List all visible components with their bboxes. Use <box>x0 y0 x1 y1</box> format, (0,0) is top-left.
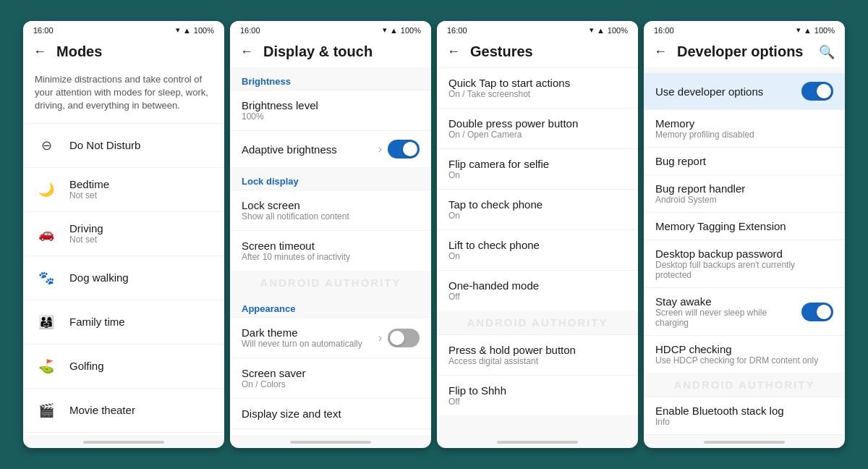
home-indicator-display <box>290 441 370 444</box>
back-button-gestures[interactable]: ← <box>447 44 460 59</box>
screentimeout-sub: After 10 minutes of inactivity <box>242 252 420 262</box>
gesture-flipcam[interactable]: Flip camera for selfie On <box>437 148 638 189</box>
top-bar-dev: ← Developer options 🔍 <box>644 38 845 67</box>
driving-name: Driving <box>69 222 103 234</box>
mode-item-golf[interactable]: ⛳ Golfing <box>23 344 224 388</box>
back-button-modes[interactable]: ← <box>33 44 46 59</box>
status-icons-display: ▾ ▲ 100% <box>383 25 421 35</box>
gestures-screen: 16:00 ▾ ▲ 100% ← Gestures Quick Tap to s… <box>437 21 638 448</box>
use-dev-toggle[interactable] <box>801 82 833 101</box>
mode-item-family[interactable]: 👨‍👩‍👧 Family time <box>23 300 224 344</box>
brightness-header: Brightness <box>230 67 431 90</box>
screensaver-item[interactable]: Screen saver On / Colors <box>230 358 431 398</box>
lockscreen-sub: Show all notification content <box>242 211 420 221</box>
battery-display: 100% <box>401 26 421 35</box>
mode-item-reading[interactable]: 📖 Reading <box>23 432 224 435</box>
screentimeout-item[interactable]: Screen timeout After 10 minutes of inact… <box>230 230 431 271</box>
dnd-name: Do Not Disturb <box>69 139 140 151</box>
mode-item-dnd[interactable]: ⊖ Do Not Disturb <box>23 123 224 167</box>
dev-bugreporthandler[interactable]: Bug report handler Android System <box>644 174 845 212</box>
dev-stayawake-name: Stay awake <box>655 295 801 308</box>
dnd-icon: ⊖ <box>35 134 58 157</box>
darktheme-sub: Will never turn on automatically <box>242 339 378 349</box>
adaptive-brightness-name: Adaptive brightness <box>242 143 378 156</box>
stayawake-knob <box>817 305 831 319</box>
gesture-holdpow[interactable]: Press & hold power button Access digital… <box>437 334 638 375</box>
gesture-quicktap[interactable]: Quick Tap to start actions On / Take scr… <box>437 67 638 108</box>
screens-container: 16:00 ▾ ▲ 100% ← Modes Minimize distract… <box>12 9 856 460</box>
modes-subtitle: Minimize distractions and take control o… <box>23 67 224 123</box>
screensaver-name: Screen saver <box>242 367 420 379</box>
brightness-level-item[interactable]: Brightness level 100% <box>230 90 431 130</box>
dev-brhandler-name: Bug report handler <box>655 182 833 195</box>
top-bar-modes: ← Modes <box>23 38 224 67</box>
modes-title: Modes <box>56 43 214 60</box>
dev-hdcp-sub: Use HDCP checking for DRM content only <box>655 355 833 366</box>
status-icons-gestures: ▾ ▲ 100% <box>590 25 628 35</box>
status-icons-dev: ▾ ▲ 100% <box>796 25 835 35</box>
mode-item-dogwalk[interactable]: 🐾 Dog walking <box>23 255 224 300</box>
modes-content: Minimize distractions and take control o… <box>23 67 224 435</box>
adaptive-toggle[interactable] <box>388 140 420 159</box>
display-title: Display & touch <box>263 43 421 60</box>
screensaver-sub: On / Colors <box>242 379 420 389</box>
adaptive-arrow: › <box>378 143 382 156</box>
battery-dev: 100% <box>814 26 835 35</box>
dev-memtag[interactable]: Memory Tagging Extension <box>644 212 845 240</box>
gesture-liftcheck[interactable]: Lift to check phone On <box>437 229 638 270</box>
dev-memory[interactable]: Memory Memory profiling disabled <box>644 109 845 147</box>
dev-desktopbkp[interactable]: Desktop backup password Desktop full bac… <box>644 240 845 287</box>
status-icons-modes: ▾ ▲ 100% <box>176 25 214 35</box>
lockscreen-item[interactable]: Lock screen Show all notification conten… <box>230 190 431 230</box>
bedtime-sub: Not set <box>69 190 109 200</box>
dev-btstack[interactable]: Enable Bluetooth stack log Info <box>644 397 845 434</box>
dev-bthci[interactable]: Enable Bluetooth HCI snoop log Disabled <box>644 434 845 435</box>
home-indicator-dev <box>704 441 784 444</box>
darktheme-item[interactable]: Dark theme Will never turn on automatica… <box>230 317 431 358</box>
time-gestures: 16:00 <box>447 26 467 35</box>
adaptive-knob <box>403 142 417 156</box>
holdpow-name: Press & hold power button <box>448 344 626 356</box>
adaptive-brightness-item[interactable]: Adaptive brightness › <box>230 130 431 167</box>
time-display: 16:00 <box>240 26 260 35</box>
onehanded-name: One-handed mode <box>448 279 626 292</box>
gesture-flipshhh[interactable]: Flip to Shhh Off <box>437 375 638 415</box>
use-dev-options-label: Use developer options <box>655 85 801 98</box>
appearance-header: Appearance <box>230 295 431 317</box>
gesture-tapcheck[interactable]: Tap to check phone On <box>437 189 638 229</box>
mode-item-bedtime[interactable]: 🌙 Bedtime Not set <box>23 167 224 211</box>
gesture-onehanded[interactable]: One-handed mode Off <box>437 270 638 310</box>
displaysize-item[interactable]: Display size and text <box>230 398 431 428</box>
dev-hdcp[interactable]: HDCP checking Use HDCP checking for DRM … <box>644 335 845 373</box>
status-bar-dev: 16:00 ▾ ▲ 100% <box>644 21 845 38</box>
stayawake-toggle[interactable] <box>801 303 833 321</box>
modes-screen: 16:00 ▾ ▲ 100% ← Modes Minimize distract… <box>23 21 224 448</box>
darktheme-name: Dark theme <box>242 326 378 339</box>
back-button-dev[interactable]: ← <box>654 44 667 59</box>
lockscreen-name: Lock screen <box>242 199 420 211</box>
back-button-display[interactable]: ← <box>240 44 253 59</box>
darktheme-toggle[interactable] <box>388 329 420 347</box>
dev-stayawake[interactable]: Stay awake Screen will never sleep while… <box>644 287 845 335</box>
movie-name: Movie theater <box>69 404 135 416</box>
watermark-gestures: ANDROID AUTHORITY <box>437 310 638 334</box>
developer-screen: 16:00 ▾ ▲ 100% ← Developer options 🔍 Use… <box>644 21 845 448</box>
gesture-doublepow[interactable]: Double press power button On / Open Came… <box>437 108 638 148</box>
family-name: Family time <box>69 316 125 328</box>
dev-title: Developer options <box>677 43 819 60</box>
liftcheck-name: Lift to check phone <box>448 239 626 251</box>
navmode-item[interactable]: Navigation mode Gesture navigation <box>230 428 431 435</box>
use-dev-options-item[interactable]: Use developer options <box>644 73 845 109</box>
dev-bugreport[interactable]: Bug report <box>644 147 845 174</box>
mode-item-movie[interactable]: 🎬 Movie theater <box>23 388 224 432</box>
dev-hdcp-name: HDCP checking <box>655 343 833 355</box>
dev-desktopbkp-sub: Desktop full backups aren't currently pr… <box>655 260 833 280</box>
holdpow-sub: Access digital assistant <box>448 356 626 366</box>
search-icon-dev[interactable]: 🔍 <box>819 44 835 60</box>
gestures-title: Gestures <box>470 43 628 60</box>
tapcheck-name: Tap to check phone <box>448 198 626 211</box>
dev-bugreport-name: Bug report <box>655 155 833 167</box>
liftcheck-sub: On <box>448 251 626 261</box>
dev-memtag-name: Memory Tagging Extension <box>655 220 833 232</box>
mode-item-driving[interactable]: 🚗 Driving Not set <box>23 211 224 255</box>
